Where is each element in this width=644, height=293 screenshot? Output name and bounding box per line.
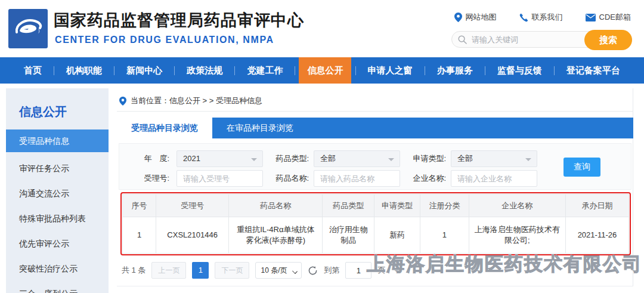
company-label: 企业名称: bbox=[404, 170, 446, 187]
goto-label: 到第 bbox=[324, 265, 339, 276]
company-input[interactable] bbox=[451, 170, 537, 187]
tab-bar: 受理品种目录浏览 在审品种目录浏览 bbox=[117, 118, 633, 138]
total-count: 共 1 条 bbox=[122, 265, 145, 276]
nav-separator bbox=[174, 66, 175, 75]
cell-accept-no: CXSL2101446 bbox=[156, 217, 229, 254]
goto-page-input[interactable] bbox=[345, 262, 371, 279]
chevron-down-icon bbox=[388, 158, 394, 161]
cde-logo[interactable] bbox=[8, 9, 48, 48]
pagination: 共 1 条 上一页 1 下一页 10 条/页 到第 页 bbox=[122, 262, 385, 279]
site-subtitle: CENTER FOR DRUG EVALUATION, NMPA bbox=[55, 35, 274, 45]
nav-separator bbox=[295, 66, 295, 75]
cell-company: 上海洛启生物医药技术有限公司; bbox=[469, 217, 565, 254]
drug-name-input[interactable] bbox=[314, 170, 400, 187]
col-accept-no: 受理号 bbox=[156, 195, 229, 217]
site-title: 国家药品监督管理局药品审评中心 bbox=[54, 10, 304, 31]
tab-accepted-catalog[interactable]: 受理品种目录浏览 bbox=[117, 118, 212, 138]
nav-item-supervision[interactable]: 监督与反馈 bbox=[489, 57, 550, 84]
cde-website-page: 国家药品监督管理局药品审评中心 CENTER FOR DRUG EVALUATI… bbox=[0, 0, 644, 293]
nav-item-news[interactable]: 新闻中心 bbox=[118, 57, 171, 84]
sidebar-item-review-tasks[interactable]: 审评任务公示 bbox=[6, 156, 109, 181]
sitemap-link[interactable]: 网站地图 bbox=[454, 12, 497, 23]
breadcrumb-divider bbox=[117, 111, 633, 112]
col-seq: 序号 bbox=[123, 195, 156, 217]
nav-separator bbox=[355, 66, 356, 75]
chevron-down-icon bbox=[293, 269, 298, 274]
cde-logo-icon bbox=[12, 13, 44, 45]
apply-type-value: 全部 bbox=[457, 154, 473, 163]
sitemap-label: 网站地图 bbox=[466, 12, 497, 23]
col-reg-class: 注册分类 bbox=[420, 195, 469, 217]
table-row: 1 CXSL2101446 重组抗IL-4Rα单域抗体雾化液(毕赤酵母) 治疗用… bbox=[123, 217, 629, 254]
col-company: 企业名称 bbox=[469, 195, 565, 217]
apply-type-select[interactable]: 全部 bbox=[451, 150, 537, 167]
cell-date: 2021-11-26 bbox=[565, 217, 628, 254]
chevron-down-icon bbox=[251, 158, 257, 161]
site-header: 国家药品监督管理局药品审评中心 CENTER FOR DRUG EVALUATI… bbox=[0, 0, 644, 57]
cell-drug-name: 重组抗IL-4Rα单域抗体雾化液(毕赤酵母) bbox=[229, 217, 323, 254]
nav-item-party[interactable]: 党建工作 bbox=[239, 57, 291, 84]
site-search-bar: 搜索 bbox=[451, 31, 632, 48]
nav-item-info-disclosure[interactable]: 信息公开 bbox=[299, 57, 351, 84]
col-drug-name: 药品名称 bbox=[229, 195, 323, 217]
refresh-icon[interactable] bbox=[308, 266, 318, 276]
sidebar-item-three-in-one[interactable]: 三合一序列公示 bbox=[6, 281, 109, 293]
sidebar-title: 信息公开 bbox=[6, 88, 109, 120]
cell-seq: 1 bbox=[123, 217, 156, 254]
next-page-button[interactable]: 下一页 bbox=[215, 262, 249, 279]
nav-item-applicant-window[interactable]: 申请人之窗 bbox=[360, 57, 421, 84]
mail-icon bbox=[586, 14, 596, 21]
table-header-row: 序号 受理号 药品名称 药品类型 申请类型 注册分类 企业名称 承办日期 bbox=[123, 195, 629, 217]
nav-separator bbox=[54, 66, 54, 75]
mailbox-link[interactable]: CDE邮箱 bbox=[586, 12, 631, 23]
goto-suffix: 页 bbox=[377, 265, 385, 276]
contact-label: 联系我们 bbox=[532, 12, 563, 23]
map-pin-icon bbox=[454, 13, 462, 22]
sidebar-list: 审评任务公示 沟通交流公示 特殊审批品种列表 优先审评公示 突破性治疗公示 三合… bbox=[6, 156, 109, 293]
apply-type-label: 申请类型: bbox=[404, 150, 446, 167]
year-select[interactable]: 2021 bbox=[177, 150, 263, 167]
col-drug-type: 药品类型 bbox=[323, 195, 374, 217]
drug-type-value: 全部 bbox=[320, 154, 336, 163]
drug-type-select[interactable]: 全部 bbox=[314, 150, 400, 167]
col-apply-type: 申请类型 bbox=[374, 195, 420, 217]
header-quick-links: 网站地图 联系我们 CDE邮箱 bbox=[454, 12, 631, 23]
nav-separator bbox=[485, 66, 485, 75]
sidebar-item-communication[interactable]: 沟通交流公示 bbox=[6, 181, 109, 206]
sidebar-item-accepted-varieties[interactable]: 受理品种信息 bbox=[6, 129, 109, 152]
breadcrumb-text: 当前位置：信息公开 > > 受理品种信息 bbox=[131, 95, 262, 106]
results-table: 序号 受理号 药品名称 药品类型 申请类型 注册分类 企业名称 承办日期 1 C… bbox=[122, 194, 629, 254]
drug-type-label: 药品类型: bbox=[267, 150, 309, 167]
main-nav: 首页 机构职能 新闻中心 政策法规 党建工作 信息公开 申请人之窗 办事服务 监… bbox=[0, 57, 644, 84]
nav-separator bbox=[554, 66, 555, 75]
year-label: 年 度: bbox=[128, 150, 169, 167]
highlight-red-box: 序号 受理号 药品名称 药品类型 申请类型 注册分类 企业名称 承办日期 1 C… bbox=[120, 192, 631, 255]
nav-item-home[interactable]: 首页 bbox=[16, 57, 50, 84]
search-icon bbox=[458, 35, 467, 44]
search-button[interactable]: 搜索 bbox=[584, 30, 632, 50]
nav-item-services[interactable]: 办事服务 bbox=[429, 57, 481, 84]
phone-icon bbox=[519, 13, 528, 22]
prev-page-button[interactable]: 上一页 bbox=[151, 262, 186, 279]
watermark-text: 上海洛启生物医药技术有限公司 bbox=[367, 252, 642, 277]
nav-separator bbox=[234, 66, 235, 75]
nav-item-policies[interactable]: 政策法规 bbox=[178, 57, 231, 84]
location-pin-icon bbox=[119, 97, 126, 106]
sidebar-item-breakthrough-therapy[interactable]: 突破性治疗公示 bbox=[6, 256, 109, 281]
nav-item-functions[interactable]: 机构职能 bbox=[58, 57, 110, 84]
query-button[interactable]: 查询 bbox=[564, 158, 600, 177]
accept-no-input[interactable] bbox=[177, 170, 263, 187]
col-date: 承办日期 bbox=[565, 195, 628, 217]
breadcrumb: 当前位置：信息公开 > > 受理品种信息 bbox=[119, 95, 262, 106]
nav-separator bbox=[425, 66, 425, 75]
page-size-select[interactable]: 10 条/页 bbox=[255, 262, 302, 279]
sidebar-item-special-approval[interactable]: 特殊审批品种列表 bbox=[6, 206, 109, 231]
main-content: 当前位置：信息公开 > > 受理品种信息 受理品种目录浏览 在审品种目录浏览 年… bbox=[117, 88, 633, 286]
contact-link[interactable]: 联系我们 bbox=[519, 12, 563, 23]
sidebar-item-priority-review[interactable]: 优先审评公示 bbox=[6, 231, 109, 256]
nav-item-registration-platform[interactable]: 登记备案平台 bbox=[558, 57, 628, 84]
page-1-button[interactable]: 1 bbox=[192, 262, 209, 279]
accept-no-label: 受理号: bbox=[128, 170, 169, 187]
tab-under-review-catalog[interactable]: 在审品种目录浏览 bbox=[212, 118, 308, 138]
nav-separator bbox=[114, 66, 114, 75]
